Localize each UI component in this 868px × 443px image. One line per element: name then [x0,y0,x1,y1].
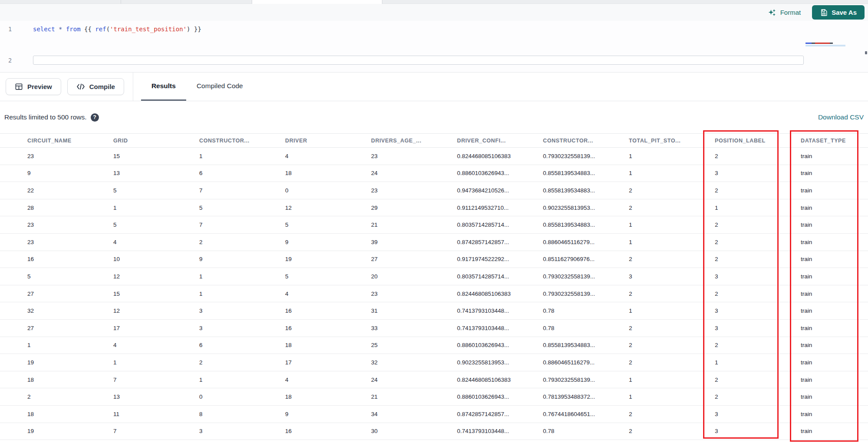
table-cell: train [795,342,868,348]
table-cell: 2 [623,187,709,194]
editor-active-line-box[interactable] [33,56,804,65]
table-cell: 24 [365,377,451,383]
table-cell: 1 [623,170,709,176]
dbt-ide-page: Format Save As 1 select * from {{ ref('t… [0,0,868,443]
results-tabs: Results Compiled Code [141,73,253,101]
table-cell: 2 [623,428,709,434]
table-cell: 17 [108,325,194,331]
tab-compiled-code[interactable]: Compiled Code [186,73,253,101]
table-row: 23429390.8742857142857...0.8860465116279… [0,234,868,251]
table-cell: 0.8511627906976... [537,256,623,262]
save-as-label: Save As [832,9,857,16]
line-number: 2 [0,57,20,64]
table-cell: 0.8558139534883... [537,342,623,348]
table-cell: 2 [194,239,279,245]
table-cell: 17 [279,359,365,366]
table-cell: 0.8035714285714... [451,222,537,228]
table-row: 281512290.9112149532710...0.902325581395… [0,199,868,217]
table-cell: 9 [22,170,108,176]
table-cell: 0.9023255813953... [537,205,623,211]
tab-results[interactable]: Results [141,73,186,101]
download-csv-link[interactable]: Download CSV [818,113,864,121]
table-cell: 2 [709,239,795,245]
table-cell: 8 [194,411,279,417]
table-cell: 2 [623,256,709,262]
table-cell: 15 [108,291,194,297]
table-cell: 4 [279,153,365,159]
table-cell: 9 [279,411,365,417]
results-info-bar: Results limited to 500 rows. ? Download … [0,101,868,133]
editor-buttons: Preview Compile [0,73,133,101]
table-cell: 0.78 [537,307,623,314]
table-row: 18714240.8244680851063830.7930232558139.… [0,371,868,389]
table-row: 51215200.8035714285714...0.7930232558139… [0,268,868,285]
editor-line-2[interactable]: 2 [0,56,20,65]
column-header: DRIVER_CONFI... [451,138,537,144]
table-cell: 13 [108,170,194,176]
preview-label: Preview [27,83,52,90]
table-cell: 10 [108,256,194,262]
table-cell: 18 [279,393,365,400]
table-cell: train [795,411,868,417]
table-cell: 0.7930232558139... [537,273,623,280]
table-cell: 2 [709,222,795,228]
table-cell: 1 [623,307,709,314]
editor-scrollbar-thumb[interactable] [865,51,867,54]
table-row: 913618240.8860103626943...0.855813953488… [0,165,868,182]
table-grid-icon [15,83,23,91]
table-cell: train [795,428,868,434]
table-cell: 4 [279,377,365,383]
table-row: 2717316330.7413793103448...0.7823train [0,320,868,337]
table-cell: 33 [365,325,451,331]
table-cell: 0.7413793103448... [451,325,537,331]
column-header: DRIVER [279,138,365,144]
table-cell: train [795,273,868,280]
table-cell: train [795,170,868,176]
table-cell: train [795,153,868,159]
table-cell: 0.7930232558139... [537,153,623,159]
table-cell: 3 [709,273,795,280]
table-cell: 4 [279,291,365,297]
table-cell: 1 [623,377,709,383]
table-cell: 5 [279,222,365,228]
table-cell: 2 [623,411,709,417]
format-label: Format [780,9,801,16]
table-cell: 16 [279,428,365,434]
editor-line-1[interactable]: 1 select * from {{ ref('train_test_posit… [0,25,201,33]
table-cell: 0.7813953488372... [537,393,623,400]
table-row: 22570230.9473684210526...0.8558139534883… [0,182,868,199]
format-button[interactable]: Format [768,8,801,17]
table-cell: 1 [194,377,279,383]
table-cell: 18 [279,342,365,348]
line-number: 1 [0,26,20,33]
column-header: POSITION_LABEL [709,138,795,144]
table-cell: 32 [365,359,451,366]
table-cell: train [795,187,868,194]
table-cell: 3 [709,307,795,314]
help-icon[interactable]: ? [91,113,99,122]
table-cell: 2 [709,393,795,400]
column-header: CONSTRUCTOR... [537,138,623,144]
save-as-button[interactable]: Save As [812,5,865,20]
sql-editor[interactable]: 1 select * from {{ ref('train_test_posit… [0,21,868,72]
compile-label: Compile [89,83,115,90]
preview-button[interactable]: Preview [6,78,61,95]
table-cell: 0.8558139534883... [537,170,623,176]
table-cell: 30 [365,428,451,434]
table-cell: 18 [279,170,365,176]
table-row: 191217320.9023255813953...0.886046511627… [0,354,868,371]
table-row: 271514230.8244680851063830.7930232558139… [0,285,868,303]
table-cell: 0 [279,187,365,194]
table-row: 3212316310.7413793103448...0.7813train [0,302,868,320]
table-cell: 1 [108,359,194,366]
editor-topbar: Format Save As [0,4,868,21]
table-cell: 23 [22,153,108,159]
code-minimap[interactable] [806,43,867,49]
table-cell: 23 [365,187,451,194]
table-cell: 0.9023255813953... [451,359,537,366]
table-cell: 18 [22,377,108,383]
table-cell: 0.8860465116279... [537,239,623,245]
compile-button[interactable]: Compile [67,78,124,95]
table-cell: 19 [22,359,108,366]
results-action-bar: Preview Compile Results Compiled Code [0,72,868,101]
